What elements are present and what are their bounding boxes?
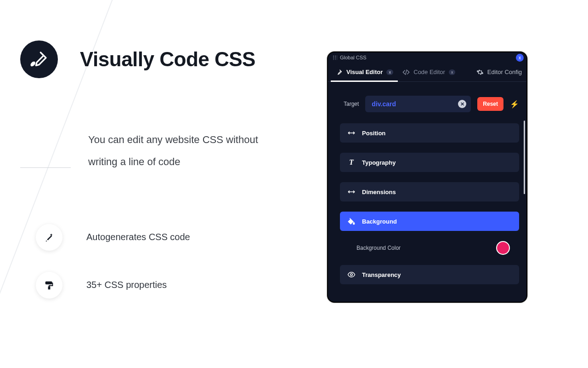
hero-subtitle: You can edit any website CSS without wri… [88, 129, 277, 173]
typography-icon: T [347, 158, 356, 167]
section-label: Transparency [362, 271, 401, 278]
panel-close-button[interactable]: x [516, 54, 524, 62]
tab-badge: x [386, 69, 393, 75]
section-label: Position [362, 130, 385, 137]
section-typography[interactable]: T Typography [340, 153, 519, 172]
clear-icon: ✕ [460, 101, 464, 107]
divider-line [20, 167, 71, 168]
svg-rect-0 [46, 282, 52, 284]
section-background[interactable]: Background [340, 212, 519, 231]
wand-icon [36, 224, 62, 251]
feature-autogenerate: Autogenerates CSS code [36, 224, 277, 251]
tab-editor-config[interactable]: Editor Config [476, 69, 522, 76]
target-label: Target [344, 101, 359, 107]
svg-point-2 [351, 274, 353, 276]
panel-tabs: Visual Editor x Code Editor x Editor Con… [328, 63, 526, 82]
tab-label: Editor Config [487, 69, 522, 75]
background-color-label: Background Color [356, 245, 401, 251]
clear-target-button[interactable]: ✕ [458, 100, 466, 108]
target-input-wrap[interactable]: ✕ [365, 96, 471, 112]
section-position[interactable]: Position [340, 123, 519, 143]
close-icon: x [519, 55, 521, 60]
editor-panel: Global CSS x Visual Editor x Code Editor… [327, 52, 527, 303]
target-row: Target ✕ Reset ⚡ [328, 82, 526, 121]
gear-icon [476, 69, 484, 76]
tab-code-editor[interactable]: Code Editor x [400, 63, 458, 81]
hero-title: Visually Code CSS [80, 48, 255, 71]
feature-label: 35+ CSS properties [86, 280, 167, 290]
code-icon [402, 69, 410, 76]
tab-badge: x [449, 69, 456, 75]
reset-button[interactable]: Reset [477, 97, 503, 111]
section-label: Dimensions [362, 189, 396, 196]
bolt-icon[interactable]: ⚡ [510, 100, 519, 109]
brush-icon [20, 40, 58, 78]
feature-properties: 35+ CSS properties [36, 272, 277, 299]
section-dimensions[interactable]: Dimensions [340, 182, 519, 201]
target-selector-input[interactable] [372, 100, 458, 108]
panel-titlebar[interactable]: Global CSS x [328, 52, 526, 63]
section-transparency[interactable]: Transparency [340, 265, 519, 284]
panel-title: Global CSS [340, 55, 366, 60]
arrows-horizontal-icon [347, 188, 356, 196]
drag-handle-icon[interactable] [333, 55, 337, 60]
eye-icon [347, 270, 356, 279]
svg-rect-1 [49, 287, 50, 289]
feature-label: Autogenerates CSS code [86, 232, 190, 242]
background-color-row: Background Color [340, 241, 519, 255]
tab-label: Visual Editor [346, 69, 383, 75]
arrows-horizontal-icon [347, 129, 356, 137]
sections-scroll[interactable]: Position T Typography Dimensions Backgro… [328, 121, 526, 291]
background-color-swatch[interactable] [496, 241, 510, 255]
roller-icon [36, 272, 62, 299]
paint-bucket-icon [347, 217, 356, 225]
section-label: Background [362, 218, 397, 225]
marketing-column: Visually Code CSS You can edit any websi… [20, 40, 277, 299]
tab-visual-editor[interactable]: Visual Editor x [333, 63, 396, 81]
brush-icon [335, 69, 343, 76]
section-label: Typography [362, 159, 396, 166]
scrollbar-thumb[interactable] [524, 121, 525, 194]
tab-label: Code Editor [413, 69, 445, 75]
